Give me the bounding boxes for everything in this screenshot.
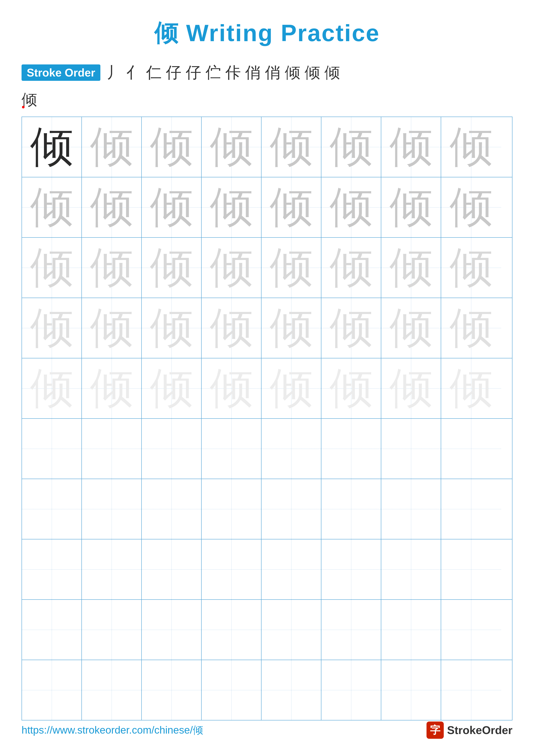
grid-cell[interactable]: 倾: [262, 117, 321, 177]
grid-cell[interactable]: [381, 539, 441, 599]
grid-cell[interactable]: 倾: [262, 298, 321, 358]
grid-cell[interactable]: [82, 419, 142, 479]
grid-cell[interactable]: [441, 660, 501, 720]
grid-row: 倾倾倾倾倾倾倾倾: [22, 117, 512, 177]
grid-cell[interactable]: [262, 660, 321, 720]
footer-url[interactable]: https://www.strokeorder.com/chinese/倾: [21, 723, 203, 737]
footer-brand: 字 StrokeOrder: [426, 721, 513, 739]
grid-cell[interactable]: 倾: [441, 177, 501, 237]
grid-cell[interactable]: [82, 660, 142, 720]
grid-cell[interactable]: 倾: [22, 117, 82, 177]
grid-cell[interactable]: [142, 660, 202, 720]
grid-cell[interactable]: 倾: [142, 177, 202, 237]
grid-row: [22, 419, 512, 479]
grid-row: [22, 539, 512, 600]
grid-cell[interactable]: [202, 539, 262, 599]
grid-cell[interactable]: [321, 479, 381, 539]
grid-cell[interactable]: 倾: [142, 358, 202, 418]
grid-cell[interactable]: 倾: [82, 358, 142, 418]
grid-character: 倾: [449, 367, 493, 410]
grid-cell[interactable]: [321, 419, 381, 479]
grid-cell[interactable]: 倾: [321, 117, 381, 177]
grid-cell[interactable]: 倾: [202, 117, 262, 177]
grid-cell[interactable]: [321, 660, 381, 720]
grid-cell[interactable]: [82, 479, 142, 539]
grid-cell[interactable]: 倾: [82, 238, 142, 298]
grid-cell[interactable]: [142, 419, 202, 479]
grid-cell[interactable]: 倾: [202, 177, 262, 237]
grid-cell[interactable]: [22, 600, 82, 660]
stroke-char-4: 仔: [164, 62, 184, 83]
grid-cell[interactable]: 倾: [441, 117, 501, 177]
grid-cell[interactable]: [202, 479, 262, 539]
grid-cell[interactable]: 倾: [202, 298, 262, 358]
grid-cell[interactable]: [202, 600, 262, 660]
grid-cell[interactable]: 倾: [321, 358, 381, 418]
grid-cell[interactable]: 倾: [321, 238, 381, 298]
grid-cell[interactable]: [22, 539, 82, 599]
grid-character: 倾: [270, 125, 313, 169]
grid-character: 倾: [390, 186, 433, 229]
stroke-order-badge: Stroke Order: [21, 65, 100, 81]
grid-cell[interactable]: [381, 479, 441, 539]
grid-cell[interactable]: 倾: [82, 177, 142, 237]
grid-cell[interactable]: 倾: [22, 358, 82, 418]
grid-cell[interactable]: [381, 600, 441, 660]
grid-cell[interactable]: [202, 419, 262, 479]
grid-cell[interactable]: [262, 539, 321, 599]
grid-cell[interactable]: [142, 539, 202, 599]
grid-character: 倾: [270, 307, 313, 350]
grid-cell[interactable]: [441, 600, 501, 660]
grid-cell[interactable]: [441, 479, 501, 539]
grid-cell[interactable]: 倾: [381, 117, 441, 177]
grid-character: 倾: [30, 367, 73, 410]
stroke-order-chars: 丿 亻 仁 仔 仔 伫 佧 俏 俏 倾 倾 倾: [104, 62, 342, 83]
footer-logo: 字: [426, 721, 444, 739]
grid-cell[interactable]: 倾: [82, 117, 142, 177]
grid-cell[interactable]: [262, 479, 321, 539]
grid-cell[interactable]: 倾: [202, 238, 262, 298]
grid-cell[interactable]: 倾: [142, 298, 202, 358]
stroke-char-11: 倾: [302, 62, 322, 83]
grid-cell[interactable]: 倾: [441, 298, 501, 358]
grid-character: 倾: [90, 246, 133, 289]
grid-cell[interactable]: 倾: [262, 358, 321, 418]
grid-cell[interactable]: [22, 419, 82, 479]
grid-character: 倾: [150, 246, 193, 289]
grid-cell[interactable]: [202, 660, 262, 720]
grid-cell[interactable]: [321, 600, 381, 660]
grid-cell[interactable]: 倾: [22, 238, 82, 298]
grid-cell[interactable]: [82, 600, 142, 660]
grid-cell[interactable]: 倾: [381, 358, 441, 418]
grid-cell[interactable]: [321, 539, 381, 599]
grid-cell[interactable]: [441, 539, 501, 599]
grid-cell[interactable]: [142, 479, 202, 539]
page-title: 倾 Writing Practice: [0, 0, 534, 49]
grid-cell[interactable]: 倾: [22, 177, 82, 237]
grid-cell[interactable]: 倾: [142, 238, 202, 298]
grid-cell[interactable]: 倾: [82, 298, 142, 358]
grid-cell[interactable]: [381, 660, 441, 720]
grid-cell[interactable]: [262, 600, 321, 660]
grid-cell[interactable]: 倾: [142, 117, 202, 177]
grid-cell[interactable]: 倾: [321, 298, 381, 358]
grid-cell[interactable]: 倾: [381, 298, 441, 358]
grid-cell[interactable]: 倾: [22, 298, 82, 358]
grid-cell[interactable]: [142, 600, 202, 660]
grid-cell[interactable]: 倾: [321, 177, 381, 237]
grid-cell[interactable]: 倾: [262, 238, 321, 298]
grid-cell[interactable]: 倾: [381, 177, 441, 237]
grid-cell[interactable]: [22, 660, 82, 720]
grid-cell[interactable]: [381, 419, 441, 479]
grid-character: 倾: [330, 186, 373, 229]
grid-cell[interactable]: [262, 419, 321, 479]
grid-cell[interactable]: 倾: [381, 238, 441, 298]
grid-cell[interactable]: [441, 419, 501, 479]
grid-cell[interactable]: [22, 479, 82, 539]
grid-cell[interactable]: [82, 539, 142, 599]
grid-cell[interactable]: 倾: [441, 358, 501, 418]
grid-cell[interactable]: 倾: [202, 358, 262, 418]
grid-cell[interactable]: 倾: [441, 238, 501, 298]
grid-character: 倾: [30, 186, 73, 229]
grid-cell[interactable]: 倾: [262, 177, 321, 237]
